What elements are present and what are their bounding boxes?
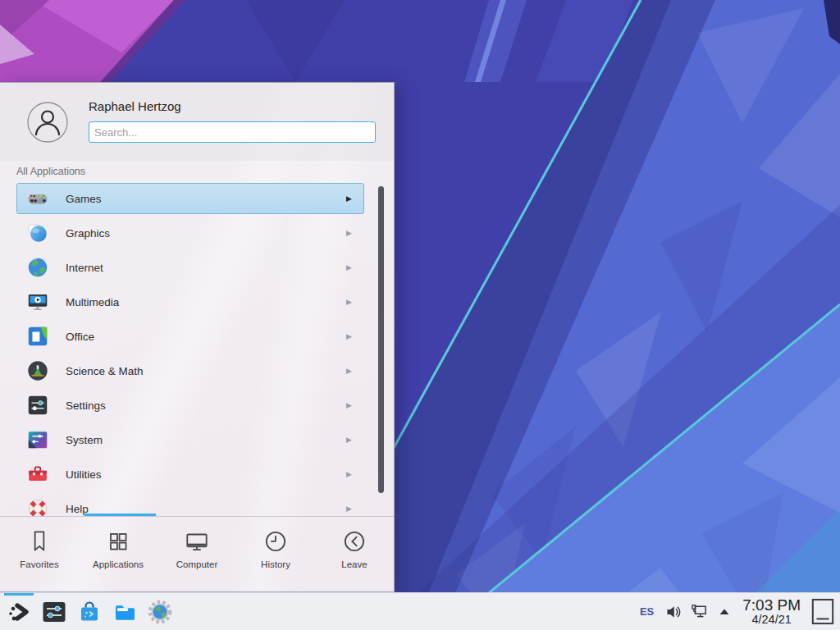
submenu-arrow-icon: ▶ — [346, 504, 352, 513]
applications-icon — [104, 527, 132, 555]
category-item-games[interactable]: Games▶ — [16, 183, 364, 214]
multimedia-icon — [25, 290, 50, 314]
category-label: Multimedia — [66, 296, 346, 308]
application-launcher-menu: Raphael Hertzog All Applications Games▶ — [0, 82, 395, 592]
taskbar-panel: ES 7:03 PM 4/24/21 — [0, 592, 840, 630]
internet-icon — [25, 255, 50, 280]
user-avatar-icon[interactable] — [27, 102, 68, 143]
graphics-icon — [25, 221, 50, 245]
submenu-arrow-icon: ▶ — [346, 401, 352, 409]
digital-clock[interactable]: 7:03 PM 4/24/21 — [742, 597, 801, 626]
category-item-utilities[interactable]: Utilities▶ — [16, 459, 364, 490]
tab-label: History — [261, 559, 290, 569]
clock-time: 7:03 PM — [742, 597, 801, 614]
category-item-help[interactable]: Help▶ — [16, 493, 364, 516]
leave-icon — [340, 527, 368, 555]
web-browser-button[interactable] — [144, 593, 176, 630]
search-input[interactable] — [89, 121, 376, 143]
tab-favorites[interactable]: Favorites — [0, 517, 79, 592]
history-icon — [262, 527, 290, 555]
system-tray: ES 7:03 PM 4/24/21 — [633, 593, 840, 630]
active-tab-indicator — [84, 514, 156, 516]
clock-date: 4/24/21 — [751, 614, 791, 626]
category-item-internet[interactable]: Internet▶ — [16, 252, 364, 283]
category-item-office[interactable]: Office▶ — [16, 321, 364, 352]
submenu-arrow-icon: ▶ — [346, 263, 352, 272]
web-browser-icon — [147, 599, 173, 625]
category-item-graphics[interactable]: Graphics▶ — [16, 217, 364, 249]
games-icon — [25, 186, 50, 211]
application-launcher-button[interactable] — [2, 593, 35, 630]
tab-history[interactable]: History — [236, 517, 315, 592]
system-settings-button[interactable] — [38, 593, 71, 630]
category-item-settings[interactable]: Settings▶ — [16, 390, 364, 421]
office-icon — [25, 324, 50, 349]
system-settings-icon — [41, 599, 67, 625]
network-icon[interactable] — [690, 602, 710, 622]
file-manager-button[interactable] — [108, 593, 141, 630]
keyboard-layout-indicator[interactable]: ES — [633, 605, 660, 618]
menu-tabbar: Favorites Applications Computer — [0, 517, 394, 592]
tab-label: Favorites — [20, 559, 58, 569]
section-label: All Applications — [16, 166, 85, 177]
tab-leave[interactable]: Leave — [315, 517, 394, 592]
scrollbar-thumb[interactable] — [378, 186, 384, 493]
system-icon — [25, 427, 50, 452]
show-desktop-icon[interactable] — [810, 598, 835, 626]
category-label: Office — [66, 331, 346, 343]
tab-label: Applications — [93, 559, 144, 569]
favorites-icon — [25, 527, 53, 555]
submenu-arrow-icon: ▶ — [346, 298, 352, 306]
category-label: Settings — [66, 399, 346, 412]
application-launcher-icon — [6, 599, 32, 625]
category-label: Games — [66, 193, 346, 205]
science-icon — [25, 358, 50, 383]
tab-label: Leave — [341, 559, 367, 569]
user-name: Raphael Hertzog — [89, 99, 181, 113]
category-label: Science & Math — [66, 365, 346, 377]
submenu-arrow-icon: ▶ — [346, 229, 352, 237]
category-label: System — [66, 434, 346, 446]
expand-tray-icon[interactable] — [718, 605, 731, 619]
category-item-multimedia[interactable]: Multimedia▶ — [16, 286, 364, 317]
discover-software-center-icon — [76, 599, 103, 625]
category-label: Graphics — [66, 227, 346, 240]
discover-software-center-button[interactable] — [73, 593, 106, 630]
tab-computer[interactable]: Computer — [158, 517, 236, 592]
submenu-arrow-icon: ▶ — [346, 470, 352, 478]
category-label: Utilities — [66, 468, 346, 481]
computer-icon — [183, 527, 211, 555]
category-item-science-math[interactable]: Science & Math▶ — [16, 355, 364, 386]
active-task-indicator — [4, 593, 34, 596]
submenu-arrow-icon: ▶ — [346, 436, 352, 444]
category-item-system[interactable]: System▶ — [16, 424, 364, 455]
help-icon — [25, 496, 50, 516]
submenu-arrow-icon: ▶ — [346, 194, 352, 203]
settings-icon — [25, 393, 50, 418]
category-list: Games▶ Graphics▶ Internet▶ — [0, 180, 394, 516]
file-manager-icon — [112, 599, 138, 625]
utilities-icon — [25, 462, 50, 486]
submenu-arrow-icon: ▶ — [346, 367, 352, 375]
submenu-arrow-icon: ▶ — [346, 332, 352, 340]
tab-applications[interactable]: Applications — [79, 517, 158, 592]
volume-icon[interactable] — [664, 602, 683, 622]
tab-label: Computer — [176, 559, 218, 569]
category-label: Internet — [66, 262, 346, 274]
